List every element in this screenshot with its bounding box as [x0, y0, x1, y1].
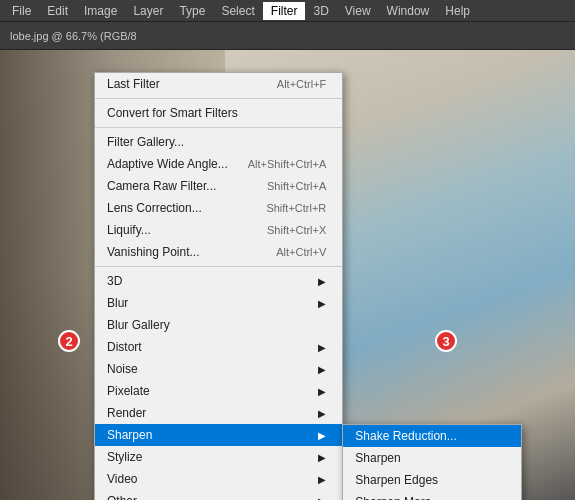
menu-select[interactable]: Select	[213, 2, 262, 20]
menu-item-blur[interactable]: Blur ▶	[95, 292, 342, 314]
menu-item-distort[interactable]: Distort ▶	[95, 336, 342, 358]
menu-item-stylize[interactable]: Stylize ▶	[95, 446, 342, 468]
menu-filter[interactable]: Filter	[263, 2, 306, 20]
badge-2: 2	[58, 330, 80, 352]
menu-3d[interactable]: 3D	[305, 2, 336, 20]
submenu-item-shake-reduction[interactable]: Shake Reduction...	[343, 425, 521, 447]
canvas-area: Last Filter Alt+Ctrl+F Convert for Smart…	[0, 50, 575, 500]
menu-item-liquify[interactable]: Liquify... Shift+Ctrl+X	[95, 219, 342, 241]
menu-item-camera-raw[interactable]: Camera Raw Filter... Shift+Ctrl+A	[95, 175, 342, 197]
menu-item-sharpen-container: Sharpen ▶ Shake Reduction... Sharpen Sha…	[95, 424, 342, 446]
separator-2	[95, 127, 342, 128]
badge-3: 3	[435, 330, 457, 352]
menu-item-convert-smart[interactable]: Convert for Smart Filters	[95, 102, 342, 124]
menu-item-sharpen[interactable]: Sharpen ▶	[95, 424, 342, 446]
separator-3	[95, 266, 342, 267]
arrow-icon-render: ▶	[318, 408, 326, 419]
menu-item-video[interactable]: Video ▶	[95, 468, 342, 490]
menu-item-other[interactable]: Other ▶	[95, 490, 342, 500]
arrow-icon-video: ▶	[318, 474, 326, 485]
menu-item-adaptive-wide[interactable]: Adaptive Wide Angle... Alt+Shift+Ctrl+A	[95, 153, 342, 175]
arrow-icon-noise: ▶	[318, 364, 326, 375]
menubar: File Edit Image Layer Type Select Filter…	[0, 0, 575, 22]
toolbar-text: lobe.jpg @ 66.7% (RGB/8	[6, 28, 141, 44]
filter-dropdown-menu: Last Filter Alt+Ctrl+F Convert for Smart…	[94, 72, 343, 500]
menu-item-render[interactable]: Render ▶	[95, 402, 342, 424]
menu-layer[interactable]: Layer	[125, 2, 171, 20]
menu-item-lens-correction[interactable]: Lens Correction... Shift+Ctrl+R	[95, 197, 342, 219]
menu-type[interactable]: Type	[171, 2, 213, 20]
arrow-icon-stylize: ▶	[318, 452, 326, 463]
menu-file[interactable]: File	[4, 2, 39, 20]
menu-item-noise[interactable]: Noise ▶	[95, 358, 342, 380]
toolbar: lobe.jpg @ 66.7% (RGB/8	[0, 22, 575, 50]
menu-view[interactable]: View	[337, 2, 379, 20]
menu-item-last-filter[interactable]: Last Filter Alt+Ctrl+F	[95, 73, 342, 95]
arrow-icon-sharpen: ▶	[318, 430, 326, 441]
menu-item-filter-gallery[interactable]: Filter Gallery...	[95, 131, 342, 153]
arrow-icon-distort: ▶	[318, 342, 326, 353]
arrow-icon-pixelate: ▶	[318, 386, 326, 397]
submenu-item-sharpen[interactable]: Sharpen	[343, 447, 521, 469]
menu-image[interactable]: Image	[76, 2, 125, 20]
arrow-icon-3d: ▶	[318, 276, 326, 287]
arrow-icon-other: ▶	[318, 496, 326, 501]
submenu-item-sharpen-more[interactable]: Sharpen More	[343, 491, 521, 500]
menu-edit[interactable]: Edit	[39, 2, 76, 20]
menu-item-pixelate[interactable]: Pixelate ▶	[95, 380, 342, 402]
menu-window[interactable]: Window	[379, 2, 438, 20]
submenu-item-sharpen-edges[interactable]: Sharpen Edges	[343, 469, 521, 491]
menu-help[interactable]: Help	[437, 2, 478, 20]
arrow-icon-blur: ▶	[318, 298, 326, 309]
menu-item-3d[interactable]: 3D ▶	[95, 270, 342, 292]
menu-item-vanishing-point[interactable]: Vanishing Point... Alt+Ctrl+V	[95, 241, 342, 263]
menu-item-blur-gallery[interactable]: Blur Gallery	[95, 314, 342, 336]
separator-1	[95, 98, 342, 99]
sharpen-submenu: Shake Reduction... Sharpen Sharpen Edges…	[342, 424, 522, 500]
